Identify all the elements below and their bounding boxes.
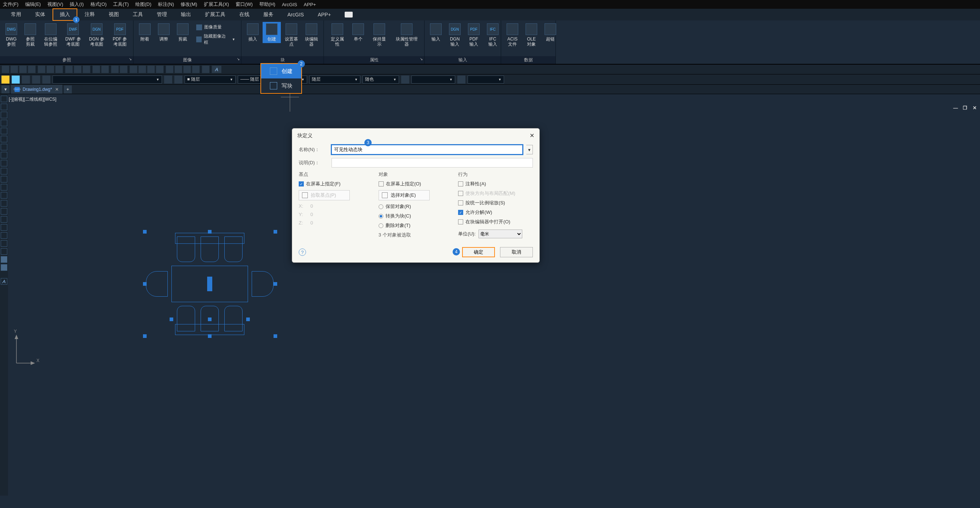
- chk-open-in-editor[interactable]: 在块编辑器中打开(O): [458, 219, 533, 225]
- selection-grip[interactable]: [143, 282, 146, 286]
- tool-mtext[interactable]: [1, 264, 7, 271]
- btn-define-attr[interactable]: 定义属性: [326, 22, 348, 48]
- qat-calc[interactable]: [183, 65, 191, 73]
- tool-xline[interactable]: [1, 120, 7, 126]
- tool-gradient[interactable]: [1, 232, 7, 239]
- unit-select[interactable]: 毫米: [479, 230, 522, 238]
- layer-state-icon[interactable]: [2, 75, 10, 83]
- tool-extra[interactable]: A: [1, 278, 7, 285]
- lineweight-select[interactable]: 随层▼: [309, 75, 360, 83]
- selection-grip[interactable]: [170, 318, 173, 321]
- chk-uniform-scale[interactable]: 按统一比例缩放(S): [458, 200, 533, 206]
- qat-cut[interactable]: [65, 65, 73, 73]
- layer-tool-1[interactable]: [164, 75, 172, 83]
- btn-clip-image[interactable]: 剪裁: [173, 22, 192, 43]
- tool-multiline[interactable]: [1, 128, 7, 134]
- panel-launcher-icon[interactable]: ↘: [237, 57, 240, 61]
- qat-preview[interactable]: [46, 65, 54, 73]
- qat-zoom[interactable]: [138, 65, 146, 73]
- layer-misc2-icon[interactable]: [32, 75, 40, 83]
- btn-block-insert[interactable]: 插入: [243, 22, 262, 43]
- ribbon-tab-tools[interactable]: 工具: [126, 9, 150, 20]
- selection-grip[interactable]: [143, 334, 146, 338]
- maximize-icon[interactable]: ❐: [962, 104, 968, 111]
- dropdown-item-create[interactable]: 创建: [261, 64, 301, 78]
- document-tab[interactable]: DWG Drawing1.dwg* ✕: [11, 85, 62, 94]
- btn-dgn-import[interactable]: DGNDGN 输入: [446, 22, 464, 48]
- chk-annotative[interactable]: 注释性(A): [458, 181, 533, 187]
- qat-print[interactable]: [38, 65, 46, 73]
- layer-tool-4[interactable]: [457, 75, 465, 83]
- qat-pan[interactable]: [129, 65, 137, 73]
- tool-block-create[interactable]: [1, 216, 7, 223]
- layer-color-icon[interactable]: [12, 75, 20, 83]
- radio-convert[interactable]: 转换为块(C): [379, 213, 453, 219]
- tool-ray[interactable]: [1, 112, 7, 118]
- selection-grip[interactable]: [208, 334, 212, 338]
- tool-table[interactable]: [1, 248, 7, 255]
- ribbon-tab-appplus[interactable]: APP+: [311, 10, 337, 20]
- tool-spline[interactable]: [1, 168, 7, 174]
- btn-pick-basepoint[interactable]: 拾取基点(P): [299, 190, 350, 200]
- btn-ole[interactable]: OLE 对象: [522, 22, 541, 48]
- menu-edit[interactable]: 编辑(E): [25, 1, 41, 8]
- btn-set-basepoint[interactable]: 设置基点: [282, 22, 301, 48]
- btn-block-editor[interactable]: 块编辑器: [302, 22, 322, 48]
- layer-select[interactable]: ▼: [52, 75, 162, 83]
- qat-find[interactable]: [55, 65, 63, 73]
- ribbon-tab-output[interactable]: 输出: [174, 9, 198, 20]
- block-name-input[interactable]: [331, 145, 523, 154]
- btn-keep-display[interactable]: 保持显示: [368, 22, 390, 48]
- qat-text[interactable]: A: [212, 65, 222, 73]
- close-tab-icon[interactable]: ✕: [55, 87, 59, 92]
- qat-zoom-ext[interactable]: [147, 65, 155, 73]
- btn-attr-manager[interactable]: 块属性管理器: [391, 22, 422, 48]
- ribbon-tab-service[interactable]: 服务: [257, 9, 280, 20]
- menu-draw[interactable]: 绘图(D): [135, 1, 151, 8]
- menu-view[interactable]: 视图(V): [48, 1, 63, 8]
- qat-new[interactable]: [2, 65, 10, 73]
- radio-delete[interactable]: 删除对象(T): [379, 222, 453, 229]
- selection-grip[interactable]: [143, 230, 146, 233]
- qat-help[interactable]: [202, 65, 210, 73]
- dialog-close-icon[interactable]: ✕: [530, 132, 534, 139]
- btn-block-create[interactable]: 创建: [262, 22, 281, 43]
- tool-ellipse-arc[interactable]: [1, 184, 7, 190]
- btn-attach-image[interactable]: 附着: [136, 22, 154, 43]
- tool-text[interactable]: [1, 256, 7, 263]
- menu-window[interactable]: 窗口(W): [235, 1, 253, 8]
- tool-polyline[interactable]: [1, 104, 7, 110]
- minimize-icon[interactable]: —: [952, 104, 959, 111]
- panel-launcher-icon[interactable]: ↘: [129, 57, 132, 61]
- selection-grip[interactable]: [208, 318, 212, 321]
- btn-xref-edit[interactable]: 在位编辑参照: [40, 22, 61, 48]
- menu-modify[interactable]: 修改(M): [181, 1, 197, 8]
- new-tab-button[interactable]: +: [64, 85, 72, 93]
- qat-paste[interactable]: [83, 65, 91, 73]
- ribbon-tab-manage[interactable]: 管理: [150, 9, 173, 20]
- plotstyle-select[interactable]: 随色▼: [363, 75, 399, 83]
- selection-grip[interactable]: [274, 230, 277, 233]
- doctab-menu[interactable]: ▾: [2, 85, 10, 93]
- qat-design-center[interactable]: [192, 65, 200, 73]
- layer-tool-2[interactable]: [174, 75, 182, 83]
- help-icon[interactable]: ?: [299, 249, 306, 256]
- btn-hyperlink[interactable]: 超链: [541, 22, 560, 43]
- btn-single-attr[interactable]: 单个: [349, 22, 367, 43]
- btn-dgn-underlay[interactable]: DGNDGN 参 考底图: [85, 22, 108, 48]
- selection-grip[interactable]: [208, 230, 212, 233]
- btn-hide-frame[interactable]: 隐藏图像边框▼: [194, 32, 237, 46]
- btn-select-objects[interactable]: 选择对象(E): [379, 190, 430, 200]
- layer-tool-3[interactable]: [401, 75, 409, 83]
- ribbon-tab-annotate[interactable]: 注释: [78, 9, 102, 20]
- tool-point[interactable]: [1, 200, 7, 206]
- layer-misc3-icon[interactable]: [42, 75, 50, 83]
- viewport-label[interactable]: [-][俯视][二维线框][WCS]: [9, 96, 57, 102]
- drawing-viewport[interactable]: [-][俯视][二维线框][WCS] — ❐ ✕ A: [0, 94, 980, 495]
- tool-circle[interactable]: [1, 160, 7, 166]
- qat-copy[interactable]: [74, 65, 82, 73]
- qat-block[interactable]: [101, 65, 109, 73]
- btn-import[interactable]: 输入: [427, 22, 445, 43]
- tool-line[interactable]: [1, 96, 7, 102]
- qat-open[interactable]: [10, 65, 18, 73]
